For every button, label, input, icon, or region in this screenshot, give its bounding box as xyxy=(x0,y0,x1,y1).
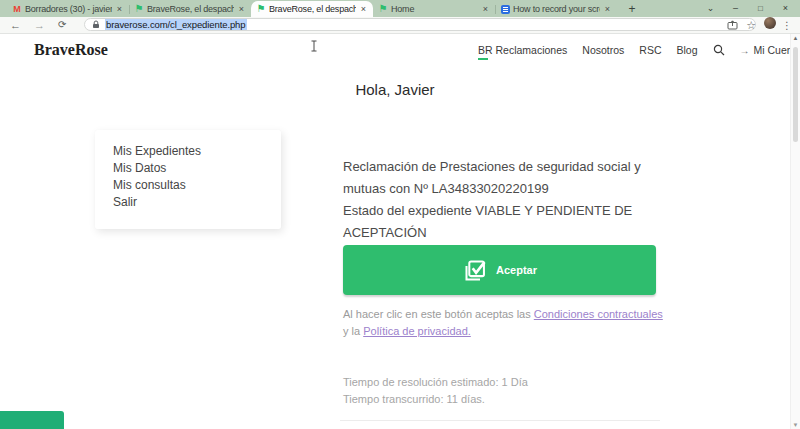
tab-home[interactable]: ⚑ Home × xyxy=(373,1,495,17)
disclaimer-pre: Al hacer clic en este botón aceptas las xyxy=(343,308,534,320)
nav-blog[interactable]: Blog xyxy=(676,44,697,56)
overflow-menu-icon[interactable]: ⋮ xyxy=(782,17,792,33)
braverose-flag-icon: ⚑ xyxy=(378,4,388,14)
text-cursor xyxy=(310,38,318,56)
elapsed-time: Tiempo transcurrido: 11 días. xyxy=(343,391,528,408)
close-icon[interactable]: × xyxy=(237,4,246,14)
claim-status-text: Estado del expediente VIABLE Y PENDIENTE… xyxy=(343,200,663,244)
menu-item-mis-datos[interactable]: Mis Datos xyxy=(113,160,281,177)
disclaimer-mid: y la xyxy=(343,325,363,337)
reload-icon[interactable]: ⟳ xyxy=(58,17,66,33)
braverose-flag-icon: ⚑ xyxy=(134,4,144,14)
close-icon[interactable]: × xyxy=(359,4,368,14)
nav-rsc[interactable]: RSC xyxy=(639,44,661,56)
tab-strip: M Borradores (30) - javier@braver × ⚑ Br… xyxy=(0,0,800,17)
document-icon xyxy=(500,4,510,14)
profile-avatar[interactable] xyxy=(764,17,776,29)
tab-braverose-active[interactable]: ⚑ BraveRose, el despacho de abog × xyxy=(251,1,373,17)
close-icon[interactable]: × xyxy=(481,4,490,14)
link-politica-de-privacidad[interactable]: Política de privacidad. xyxy=(363,325,471,337)
tab-title: Home xyxy=(391,4,478,14)
tab-gmail[interactable]: M Borradores (30) - javier@braver × xyxy=(7,1,129,17)
case-timing-info: Tiempo de resolución estimado: 1 Día Tie… xyxy=(343,374,528,408)
minimize-button[interactable]: – xyxy=(723,0,748,17)
tab-title: How to record your screen in Wi xyxy=(513,4,600,14)
link-condiciones-contractuales[interactable]: Condiciones contractuales xyxy=(534,308,663,320)
nav-nosotros[interactable]: Nosotros xyxy=(582,44,624,56)
browser-window: M Borradores (30) - javier@braver × ⚑ Br… xyxy=(0,0,800,429)
login-arrow-icon: → xyxy=(740,45,750,56)
accept-checkbox-icon xyxy=(462,257,489,284)
estimated-resolution-time: Tiempo de resolución estimado: 1 Día xyxy=(343,374,528,391)
claim-summary: Reclamación de Prestaciones de seguridad… xyxy=(343,156,663,244)
page-scrollbar[interactable]: ▲ ▼ xyxy=(790,34,800,429)
footer-divider xyxy=(340,420,660,421)
scroll-down-icon[interactable]: ▼ xyxy=(791,422,800,428)
disclaimer-text: Al hacer clic en este botón aceptas las … xyxy=(343,306,667,340)
maximize-button[interactable]: □ xyxy=(748,0,773,17)
menu-item-mis-consultas[interactable]: Mis consultas xyxy=(113,177,281,194)
page-content: BraveRose BR Reclamaciones Nosotros RSC … xyxy=(0,34,800,429)
menu-item-salir[interactable]: Salir xyxy=(113,194,281,211)
page-greeting: Hola, Javier xyxy=(0,81,790,98)
search-icon[interactable] xyxy=(713,44,725,56)
gmail-icon: M xyxy=(12,4,22,14)
back-icon[interactable]: ← xyxy=(10,17,21,33)
forward-icon[interactable]: → xyxy=(34,17,45,33)
accept-button[interactable]: Aceptar xyxy=(343,245,656,295)
close-icon[interactable]: × xyxy=(115,4,124,14)
accept-button-label: Aceptar xyxy=(496,264,537,276)
claim-text: Reclamación de Prestaciones de seguridad… xyxy=(343,156,663,200)
window-close-button[interactable]: × xyxy=(773,0,798,17)
new-tab-button[interactable]: + xyxy=(623,1,641,17)
bookmark-star-icon[interactable]: ☆ xyxy=(746,17,756,33)
tab-braverose-1[interactable]: ⚑ BraveRose, el despacho de abog × xyxy=(129,1,251,17)
browser-toolbar: ← → ⟳ braverose.com/cl_expediente.php ☆ … xyxy=(0,17,800,34)
nav-br-reclamaciones[interactable]: BR Reclamaciones xyxy=(478,44,567,56)
site-navigation: BR Reclamaciones Nosotros RSC Blog → Mi … xyxy=(478,44,800,56)
status-bubble xyxy=(0,411,64,429)
tab-title: BraveRose, el despacho de abog xyxy=(147,4,234,14)
share-icon[interactable] xyxy=(727,17,738,33)
lock-icon[interactable] xyxy=(92,20,100,29)
scrollbar-thumb[interactable] xyxy=(793,47,798,142)
tab-how-to-record[interactable]: How to record your screen in Wi × xyxy=(495,1,617,17)
scroll-up-icon[interactable]: ▲ xyxy=(791,35,800,41)
address-bar[interactable]: braverose.com/cl_expediente.php xyxy=(84,18,756,31)
window-controls: ⌄ – □ × xyxy=(698,0,798,17)
tab-search-icon[interactable]: ⌄ xyxy=(698,0,723,17)
account-menu: Mis Expedientes Mis Datos Mis consultas … xyxy=(95,130,281,229)
braverose-flag-icon: ⚑ xyxy=(256,4,266,14)
tab-title: BraveRose, el despacho de abog xyxy=(269,4,356,14)
braverose-logo[interactable]: BraveRose xyxy=(34,41,108,59)
menu-item-mis-expedientes[interactable]: Mis Expedientes xyxy=(113,143,281,160)
tab-title: Borradores (30) - javier@braver xyxy=(25,4,112,14)
close-icon[interactable]: × xyxy=(603,4,612,14)
url-text[interactable]: braverose.com/cl_expediente.php xyxy=(105,19,247,30)
